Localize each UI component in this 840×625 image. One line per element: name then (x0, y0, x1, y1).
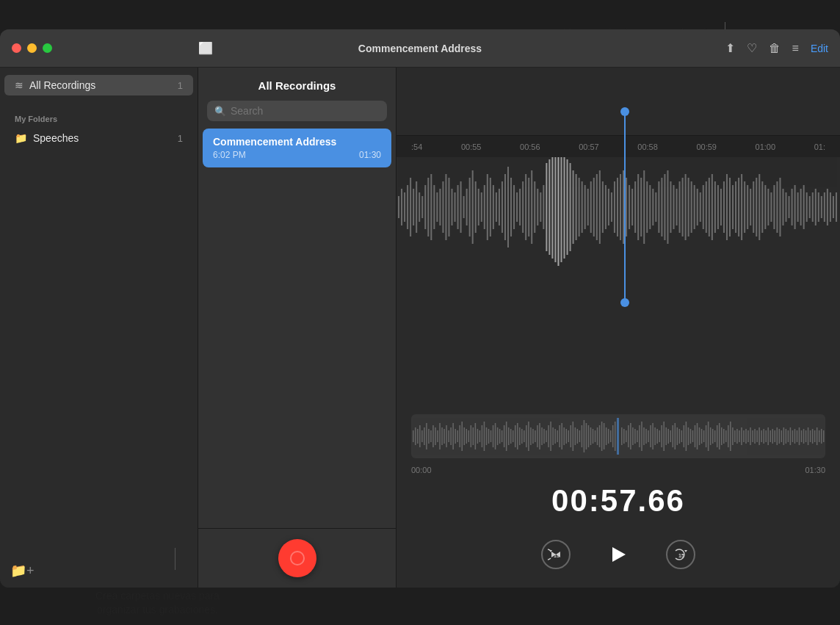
svg-rect-261 (663, 422, 665, 451)
svg-rect-242 (621, 427, 623, 445)
svg-rect-126 (770, 192, 772, 222)
svg-rect-190 (504, 425, 505, 447)
svg-rect-333 (823, 430, 825, 442)
svg-rect-71 (608, 189, 609, 225)
svg-rect-174 (468, 430, 470, 442)
playhead (624, 112, 626, 303)
svg-rect-123 (761, 181, 763, 233)
svg-rect-187 (497, 427, 499, 445)
maximize-button[interactable] (43, 43, 52, 53)
svg-rect-127 (773, 185, 775, 229)
svg-rect-108 (717, 185, 719, 229)
svg-rect-79 (631, 189, 633, 225)
ruler-mark: 00:59 (696, 142, 717, 151)
svg-rect-253 (645, 429, 647, 444)
svg-rect-77 (626, 178, 627, 236)
search-input[interactable] (231, 105, 380, 117)
recording-duration: 01:30 (359, 150, 381, 160)
svg-rect-167 (452, 423, 454, 449)
options-icon[interactable]: ≡ (792, 42, 799, 55)
svg-rect-303 (756, 430, 758, 442)
svg-rect-192 (508, 427, 510, 445)
svg-rect-14 (439, 189, 441, 225)
svg-rect-0 (398, 196, 399, 218)
recording-time: 6:02 PM (213, 150, 246, 160)
ruler-mark: 01: (814, 142, 825, 151)
skip-forward-icon: 15 (673, 546, 689, 563)
svg-rect-97 (685, 174, 687, 240)
titlebar-actions: ⬆ ♡ 🗑 ≡ Edit (725, 41, 828, 55)
sidebar-toggle-button[interactable]: ⬜ (198, 41, 213, 55)
recording-item[interactable]: Commencement Address 6:02 PM 01:30 (203, 129, 391, 167)
svg-rect-270 (684, 425, 685, 447)
svg-rect-25 (472, 170, 474, 244)
svg-rect-29 (484, 185, 485, 229)
share-icon[interactable]: ⬆ (725, 41, 735, 55)
svg-rect-298 (745, 429, 747, 444)
trash-icon[interactable]: 🗑 (769, 42, 781, 55)
svg-rect-281 (708, 422, 709, 451)
edit-button[interactable]: Edit (811, 43, 828, 54)
svg-rect-153 (421, 430, 423, 442)
svg-rect-177 (475, 423, 477, 449)
svg-rect-166 (450, 427, 452, 445)
sidebar-bottom: 📁+ (0, 554, 198, 588)
svg-rect-200 (526, 425, 527, 447)
svg-rect-86 (652, 189, 653, 225)
svg-rect-47 (537, 189, 538, 225)
svg-rect-84 (646, 181, 648, 233)
speeches-count: 1 (178, 133, 183, 144)
mini-waveform-container[interactable] (411, 414, 825, 458)
skip-forward-button[interactable]: 15 (666, 540, 695, 569)
svg-rect-264 (670, 430, 672, 442)
panel-header: All Recordings (198, 68, 396, 98)
record-button[interactable] (278, 539, 316, 577)
svg-rect-302 (754, 429, 756, 444)
skip-back-icon: 15 (548, 546, 564, 563)
mini-time-end: 01:30 (805, 466, 825, 474)
svg-rect-56 (564, 156, 565, 259)
svg-rect-136 (800, 189, 802, 225)
svg-rect-293 (734, 430, 736, 442)
svg-rect-135 (797, 192, 799, 222)
svg-rect-16 (445, 174, 446, 240)
svg-text:15: 15 (554, 553, 560, 558)
minimize-button[interactable] (27, 43, 37, 53)
svg-rect-274 (692, 430, 694, 442)
svg-rect-113 (732, 185, 734, 229)
svg-rect-34 (499, 189, 500, 225)
sidebar-item-speeches[interactable]: 📁 Speeches 1 (4, 128, 193, 148)
svg-rect-296 (741, 427, 742, 445)
svg-rect-322 (799, 427, 800, 445)
svg-rect-312 (777, 427, 778, 445)
my-folders-label: My Folders (0, 109, 198, 126)
svg-rect-268 (679, 429, 681, 444)
playhead-dot-top (620, 107, 629, 116)
new-folder-button[interactable]: 📁+ (10, 563, 35, 579)
close-button[interactable] (12, 43, 21, 53)
svg-rect-306 (763, 429, 764, 444)
sidebar-item-all-recordings[interactable]: ≋ All Recordings 1 (4, 75, 193, 95)
svg-rect-61 (579, 178, 580, 236)
svg-rect-20 (457, 185, 459, 229)
tooltip-bottom-line1: Crea carpetas nuevas para (95, 590, 220, 601)
svg-rect-87 (655, 192, 656, 222)
ruler-mark: 01:00 (756, 142, 776, 151)
svg-rect-292 (732, 427, 734, 445)
svg-rect-65 (590, 181, 592, 233)
svg-rect-265 (673, 425, 674, 447)
skip-back-button[interactable]: 15 (541, 540, 571, 569)
tooltip-bottom: Crea carpetas nuevas para organizar tus … (95, 589, 220, 618)
favorite-icon[interactable]: ♡ (747, 41, 757, 55)
svg-rect-289 (725, 430, 727, 442)
svg-rect-300 (750, 427, 751, 445)
svg-rect-223 (577, 429, 579, 444)
search-bar[interactable]: 🔍 (207, 101, 387, 121)
timeline-ruler: :54 00:55 00:56 00:57 00:58 00:59 01:00 … (397, 135, 840, 157)
svg-rect-183 (488, 429, 490, 444)
right-panel: :54 00:55 00:56 00:57 00:58 00:59 01:00 … (397, 68, 840, 588)
svg-rect-129 (779, 178, 781, 236)
svg-rect-181 (484, 422, 485, 451)
svg-rect-331 (819, 430, 820, 442)
play-button[interactable] (600, 536, 637, 573)
